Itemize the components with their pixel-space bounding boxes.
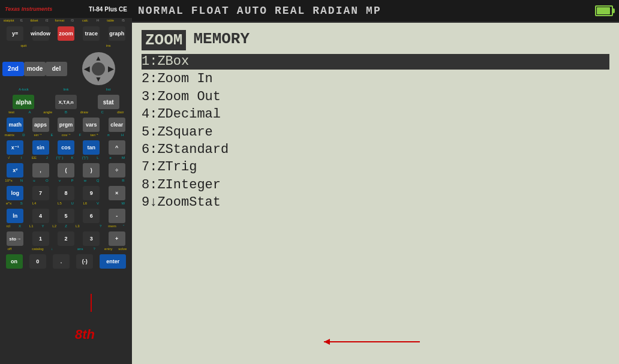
six-button[interactable]: 6 [83, 209, 100, 223]
second-row-labels: quit ins [0, 44, 132, 50]
divide-button[interactable]: ÷ [109, 163, 125, 178]
sinv-label: sin⁻¹ [31, 133, 45, 139]
menu-item-8[interactable]: 8:ZInteger [142, 178, 609, 193]
mode-button[interactable]: mode [24, 62, 46, 76]
ln-row-labels: e^x S L4 L5 U L6 V W [0, 201, 132, 207]
trig-row-labels: matrix D sin⁻¹ E cos⁻¹ F tan⁻¹ π H [0, 133, 132, 139]
apps-button[interactable]: apps [32, 118, 49, 132]
e-label: e [104, 156, 117, 162]
comma-button[interactable]: , [32, 163, 49, 178]
alock-label: A-lock [13, 88, 34, 94]
seven-button[interactable]: 7 [32, 186, 49, 200]
menu-item-2[interactable]: 2:Zoom In [142, 71, 609, 87]
openparen-button[interactable]: ( [58, 163, 74, 178]
F-label: F [73, 133, 88, 139]
S-label: S [15, 201, 28, 207]
L5-label: L5 [53, 201, 66, 207]
nine-button[interactable]: 9 [83, 186, 100, 200]
second-button[interactable]: 2nd [2, 62, 24, 76]
M-label: M [117, 156, 130, 162]
empty7 [59, 247, 73, 253]
window-button[interactable]: window [32, 26, 49, 41]
two-button[interactable]: 2 [58, 231, 74, 246]
alpha-button[interactable]: alpha [13, 95, 34, 109]
solve-label: solve [116, 247, 130, 253]
distr-label: distr [112, 110, 130, 116]
L2-label: L2 [49, 224, 60, 230]
four-button[interactable]: 4 [32, 209, 49, 223]
nav-left-arrow[interactable]: ◀ [84, 65, 89, 73]
log-button[interactable]: log [7, 186, 23, 200]
one-button[interactable]: 1 [32, 231, 49, 246]
L6-label: L6 [79, 201, 91, 207]
f5-label: f5 [117, 19, 130, 25]
y-equals-button[interactable]: y= [7, 26, 23, 41]
eight-button[interactable]: 8 [58, 186, 74, 200]
trace-button[interactable]: trace [83, 26, 100, 41]
pi-label: π [101, 133, 116, 139]
status-bar: NORMAL FLOAT AUTO REAL RADIAN MP [132, 0, 619, 23]
f1-label: f1 [15, 19, 28, 25]
graph-button[interactable]: graph [109, 26, 125, 41]
zero-button[interactable]: 0 [29, 254, 46, 269]
sto-button[interactable]: sto→ [7, 231, 23, 246]
closeparen-button[interactable]: ) [83, 163, 100, 178]
V-label: V [91, 201, 104, 207]
zoom-button[interactable]: zoom [58, 26, 74, 41]
menu-item-3[interactable]: 3:Zoom Out [142, 89, 609, 105]
v-label: v [53, 179, 66, 185]
U-label: U [66, 201, 79, 207]
empty-label1 [55, 44, 77, 50]
stat-button[interactable]: stat [98, 95, 119, 109]
multiply-button[interactable]: × [109, 186, 125, 200]
xsq-button[interactable]: x² [7, 163, 23, 178]
xinv-button[interactable]: x⁻¹ [7, 140, 23, 155]
nav-center[interactable] [92, 62, 105, 76]
nav-right-arrow[interactable]: ▶ [108, 65, 113, 73]
menu-item-1[interactable]: 1:ZBox [142, 54, 609, 70]
format-label: format [53, 19, 66, 25]
fkey-row: y= window zoom trace graph [0, 26, 132, 41]
f2-label: f2 [41, 19, 53, 25]
xtheta-button[interactable]: X,T,θ,n [55, 95, 77, 109]
status-auto: AUTO [237, 5, 268, 17]
nav-down-arrow[interactable]: ▼ [95, 75, 102, 83]
on-button[interactable]: on [6, 254, 23, 269]
status-normal: NORMAL [138, 5, 184, 17]
five-button[interactable]: 5 [58, 209, 74, 223]
menu-item-4[interactable]: 4:ZDecimal [142, 107, 609, 122]
R-label: R [117, 179, 130, 185]
menu-item-5[interactable]: 5:ZSquare [142, 125, 609, 140]
math-button[interactable]: math [7, 118, 23, 132]
menu-item-6[interactable]: 6:ZStandard [142, 142, 609, 158]
tan-button[interactable]: tan [83, 140, 100, 155]
menu-item-7[interactable]: 7:ZTrig [142, 160, 609, 175]
alpha-row: alpha X,T,θ,n stat [0, 95, 132, 109]
K-label: K [66, 156, 79, 162]
clear-button[interactable]: clear [109, 118, 125, 132]
calc-screen: ZOOM MEMORY 1:ZBox2:Zoom In3:Zoom Out4:Z… [132, 23, 619, 364]
three-button[interactable]: 3 [83, 231, 100, 246]
trig-row: x⁻¹ sin cos tan ^ [0, 140, 132, 155]
Y-label: Y [37, 224, 49, 230]
menu-item-9[interactable]: 9↓ZoomStat [142, 195, 609, 210]
prgm-button[interactable]: prgm [58, 118, 74, 132]
sin-button[interactable]: sin [32, 140, 49, 155]
minus-button[interactable]: - [109, 209, 125, 223]
plus-button[interactable]: + [109, 231, 125, 246]
taninv-label: tan⁻¹ [87, 133, 101, 139]
negate-button[interactable]: (-) [76, 254, 93, 269]
ex-label: e^x [2, 201, 15, 207]
cos-button[interactable]: cos [58, 140, 74, 155]
del-button[interactable]: del [46, 62, 67, 76]
f4-label: f4 [91, 19, 104, 25]
O-label: O [41, 179, 53, 185]
nav-up-arrow[interactable]: ▲ [95, 54, 102, 62]
enter-button[interactable]: enter [100, 254, 126, 269]
power-button[interactable]: ^ [109, 140, 125, 155]
B-label: B [57, 110, 75, 116]
decimal-button[interactable]: . [53, 254, 70, 269]
ln-button[interactable]: ln [7, 209, 23, 223]
list-label: list [98, 88, 119, 94]
vars-button[interactable]: vars [83, 118, 100, 132]
